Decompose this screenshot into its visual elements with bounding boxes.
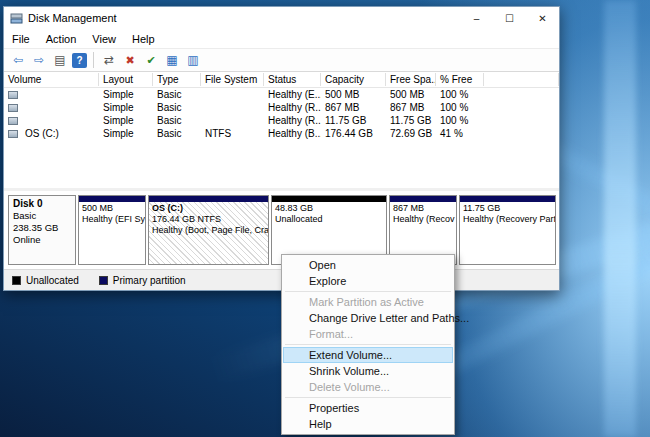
menu-item-properties[interactable]: Properties [283,400,453,416]
disk-type: Basic [13,210,71,222]
cell-freespace: 72.69 GB [386,128,436,139]
forward-icon[interactable]: ⇨ [30,51,48,69]
partition-status: Healthy (Boot, Page File, Crash [152,225,265,236]
window-title: Disk Management [28,12,460,24]
partition-status: Healthy (Recov [393,214,453,225]
cell-layout: Simple [99,128,153,139]
close-button[interactable]: ✕ [526,7,559,29]
volume-icon [8,117,18,125]
cell-type: Basic [153,102,201,113]
cell-freespace: 500 MB [386,89,436,100]
cell-status: Healthy (E... [264,89,321,100]
disk-management-window: Disk Management – ☐ ✕ File Action View H… [3,6,560,291]
volume-icon [8,130,18,138]
menu-item-shrink-volume[interactable]: Shrink Volume... [283,363,453,379]
panel-view-icon[interactable]: ▥ [184,51,202,69]
cell-status: Healthy (R... [264,102,321,113]
volume-list-header: Volume Layout Type File System Status Ca… [4,72,559,88]
cell-layout: Simple [99,115,153,126]
partition-efi[interactable]: 500 MB Healthy (EFI Sy [78,195,146,265]
volume-icon [8,104,18,112]
menu-item-change-drive-letter[interactable]: Change Drive Letter and Paths... [283,310,453,326]
disk-size: 238.35 GB [13,222,71,234]
cell-type: Basic [153,115,201,126]
disk-label: Disk 0 [13,198,71,210]
menu-file[interactable]: File [4,29,38,48]
back-icon[interactable]: ⇦ [9,51,27,69]
column-header-blank [484,73,559,86]
cell-freespace: 867 MB [386,102,436,113]
console-window-icon[interactable]: ▤ [51,51,69,69]
column-header-pctfree[interactable]: % Free [436,73,484,86]
cell-status: Healthy (R... [264,115,321,126]
cell-capacity: 867 MB [321,102,386,113]
column-header-freespace[interactable]: Free Spa... [386,73,436,86]
menu-item-extend-volume[interactable]: Extend Volume... [283,347,453,363]
swap-panes-icon[interactable]: ⇄ [100,51,118,69]
delete-volume-icon[interactable]: ✖ [121,51,139,69]
unallocated-color-swatch [12,276,21,285]
menu-item-delete-volume: Delete Volume... [283,379,453,395]
menu-separator [285,397,451,398]
maximize-button[interactable]: ☐ [493,7,526,29]
disk-0-header[interactable]: Disk 0 Basic 238.35 GB Online [8,195,76,265]
table-row[interactable]: Simple Basic Healthy (R... 867 MB 867 MB… [4,101,559,114]
context-menu: Open Explore Mark Partition as Active Ch… [281,254,455,435]
properties-grid-icon[interactable]: ▦ [163,51,181,69]
table-row[interactable]: OS (C:) Simple Basic NTFS Healthy (B... … [4,127,559,140]
partition-size: 11.75 GB [463,203,552,214]
cell-pctfree: 41 % [436,128,484,139]
cell-pctfree: 100 % [436,89,484,100]
partition-size: 176.44 GB NTFS [152,214,265,225]
volume-icon [8,91,18,99]
column-header-capacity[interactable]: Capacity [321,73,386,86]
legend-label: Unallocated [26,275,79,286]
cell-type: Basic [153,128,201,139]
partition-size: 867 MB [393,203,453,214]
cell-layout: Simple [99,89,153,100]
column-header-filesystem[interactable]: File System [201,73,264,86]
menu-help[interactable]: Help [124,29,163,48]
column-header-status[interactable]: Status [264,73,321,86]
cell-pctfree: 100 % [436,115,484,126]
column-header-layout[interactable]: Layout [99,73,153,86]
partition-status: Healthy (Recovery Partit [463,214,552,225]
menu-action[interactable]: Action [38,29,85,48]
table-row[interactable]: Simple Basic Healthy (R... 11.75 GB 11.7… [4,114,559,127]
legend-unallocated: Unallocated [12,275,79,286]
partition-size: 48.83 GB [275,203,383,214]
disk-status: Online [13,234,71,246]
desktop: Disk Management – ☐ ✕ File Action View H… [0,0,650,437]
menu-item-open[interactable]: Open [283,257,453,273]
partition-status: Healthy (EFI Sy [82,214,142,225]
menu-separator [285,344,451,345]
minimize-button[interactable]: – [460,7,493,29]
toolbar-separator [93,52,94,68]
menu-view[interactable]: View [84,29,124,48]
menu-item-mark-partition-active: Mark Partition as Active [283,294,453,310]
legend-primary-partition: Primary partition [99,275,186,286]
menu-item-explore[interactable]: Explore [283,273,453,289]
menu-item-help[interactable]: Help [283,416,453,432]
wallpaper-light-pillar [604,0,636,437]
table-row[interactable]: Simple Basic Healthy (E... 500 MB 500 MB… [4,88,559,101]
mark-active-check-icon[interactable]: ✔ [142,51,160,69]
partition-os-c-selected[interactable]: OS (C:) 176.44 GB NTFS Healthy (Boot, Pa… [148,195,269,265]
disk-management-app-icon [10,12,23,25]
volume-name: OS (C:) [21,128,63,139]
partition-status: Unallocated [275,214,383,225]
help-icon[interactable]: ? [72,53,87,68]
cell-filesystem: NTFS [201,128,264,139]
cell-freespace: 11.75 GB [386,115,436,126]
partition-recovery-2[interactable]: 11.75 GB Healthy (Recovery Partit [459,195,556,265]
cell-pctfree: 100 % [436,102,484,113]
primary-partition-color-swatch [99,276,108,285]
title-bar[interactable]: Disk Management – ☐ ✕ [4,7,559,29]
column-header-volume[interactable]: Volume [4,73,99,86]
column-header-type[interactable]: Type [153,73,201,86]
volume-list: Volume Layout Type File System Status Ca… [4,72,559,188]
cell-capacity: 500 MB [321,89,386,100]
cell-capacity: 11.75 GB [321,115,386,126]
menu-separator [285,291,451,292]
toolbar: ⇦ ⇨ ▤ ? ⇄ ✖ ✔ ▦ ▥ [4,48,559,72]
